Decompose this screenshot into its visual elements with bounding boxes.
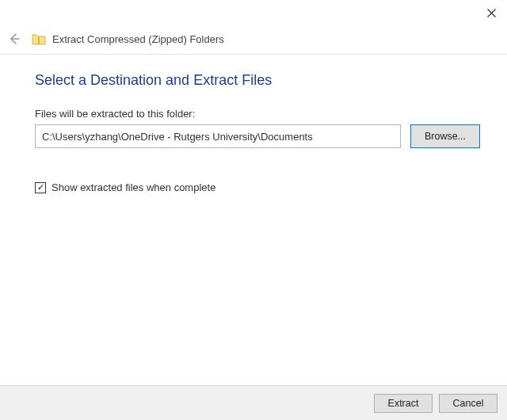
page-heading: Select a Destination and Extract Files [35,72,480,89]
header: Extract Compressed (Zipped) Folders [0,27,507,54]
show-files-checkbox-label[interactable]: Show extracted files when complete [51,181,215,193]
extract-button[interactable]: Extract [374,394,433,413]
cancel-button[interactable]: Cancel [439,394,497,413]
close-icon [487,9,496,17]
destination-path-input[interactable] [35,124,401,148]
back-arrow-icon [8,32,21,45]
zip-folder-icon [32,32,46,46]
titlebar [0,0,507,27]
show-files-checkbox[interactable]: ✓ [35,182,46,193]
svg-rect-3 [38,36,40,44]
back-button[interactable] [5,29,24,48]
destination-label: Files will be extracted to this folder: [35,108,480,120]
close-button[interactable] [480,3,502,22]
show-files-checkbox-row: ✓ Show extracted files when complete [35,181,480,193]
destination-row: Browse... [35,124,480,148]
footer: Extract Cancel [0,385,507,420]
window-title: Extract Compressed (Zipped) Folders [52,33,224,45]
checkmark-icon: ✓ [37,183,44,192]
browse-button[interactable]: Browse... [410,124,480,148]
content-area: Select a Destination and Extract Files F… [0,55,507,193]
